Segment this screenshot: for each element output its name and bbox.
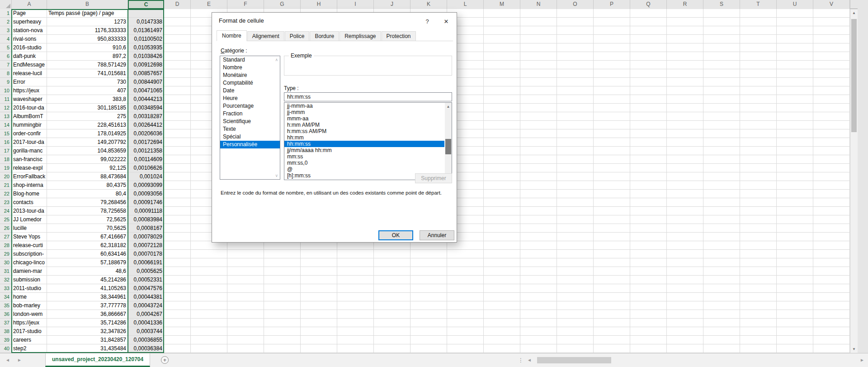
cell-V36[interactable]	[813, 310, 850, 319]
cell-G35[interactable]	[264, 301, 301, 310]
format-code-item[interactable]: h:mm AM/PM	[284, 122, 444, 128]
cell-C36[interactable]: 0,0004267	[128, 310, 164, 319]
cell-T2[interactable]	[740, 18, 777, 26]
cell-A11[interactable]: waveshaper	[12, 95, 47, 104]
cell-N7[interactable]	[520, 61, 557, 69]
cell-H38[interactable]	[301, 327, 337, 336]
cell-U19[interactable]	[777, 164, 813, 172]
cell-I37[interactable]	[337, 319, 374, 327]
cell-A19[interactable]: release-expl	[12, 164, 47, 172]
category-item[interactable]: Pourcentage	[220, 102, 280, 110]
cell-Q22[interactable]	[630, 190, 667, 198]
tab-police[interactable]: Police	[285, 31, 310, 41]
category-item[interactable]: Scientifique	[220, 118, 280, 125]
cell-D4[interactable]	[164, 35, 191, 43]
cell-T32[interactable]	[740, 276, 777, 284]
cell-R22[interactable]	[667, 190, 703, 198]
cell-M11[interactable]	[484, 95, 520, 104]
cell-B33[interactable]: 41,105263	[47, 284, 128, 293]
cell-P16[interactable]	[594, 138, 630, 147]
cell-B32[interactable]: 45,214286	[47, 276, 128, 284]
cell-R23[interactable]	[667, 198, 703, 207]
column-header-I[interactable]: I	[337, 0, 374, 9]
sheet-nav-right-icon[interactable]: ►	[14, 353, 24, 367]
cell-G34[interactable]	[264, 293, 301, 301]
category-listbox[interactable]: StandardNombreMonétaireComptabilitéDateH…	[220, 56, 280, 180]
cell-U1[interactable]	[777, 9, 813, 18]
cell-T28[interactable]	[740, 241, 777, 250]
cell-R14[interactable]	[667, 121, 703, 129]
cell-V27[interactable]	[813, 233, 850, 241]
cell-T9[interactable]	[740, 78, 777, 86]
cell-O6[interactable]	[557, 52, 594, 61]
cell-C24[interactable]: 0,00091118	[128, 207, 164, 215]
cell-A17[interactable]: gorilla-manc	[12, 147, 47, 155]
cell-T23[interactable]	[740, 198, 777, 207]
cell-A6[interactable]: daft-punk	[12, 52, 47, 61]
cell-J40[interactable]	[374, 344, 410, 353]
cell-Q29[interactable]	[630, 250, 667, 258]
cell-M24[interactable]	[484, 207, 520, 215]
cell-G31[interactable]	[264, 267, 301, 276]
cell-A18[interactable]: san-francisc	[12, 155, 47, 164]
cell-N23[interactable]	[520, 198, 557, 207]
cell-K29[interactable]	[410, 250, 447, 258]
cell-U14[interactable]	[777, 121, 813, 129]
cell-A22[interactable]: Blog-home	[12, 190, 47, 198]
row-header-1[interactable]: 1	[0, 9, 12, 18]
cell-P11[interactable]	[594, 95, 630, 104]
cell-M5[interactable]	[484, 43, 520, 52]
row-header-9[interactable]: 9	[0, 78, 12, 86]
cell-T34[interactable]	[740, 293, 777, 301]
cell-S32[interactable]	[703, 276, 740, 284]
cell-N11[interactable]	[520, 95, 557, 104]
cell-U22[interactable]	[777, 190, 813, 198]
cell-M33[interactable]	[484, 284, 520, 293]
cell-B25[interactable]: 72,5625	[47, 215, 128, 224]
cell-B8[interactable]: 741,015681	[47, 69, 128, 78]
cell-E30[interactable]	[191, 258, 227, 267]
cell-C26[interactable]: 0,0008167	[128, 224, 164, 233]
category-item[interactable]: Standard	[220, 56, 280, 64]
cell-G40[interactable]	[264, 344, 301, 353]
cancel-button[interactable]: Annuler	[420, 230, 454, 240]
row-header-13[interactable]: 13	[0, 112, 12, 121]
cell-C1[interactable]	[128, 9, 164, 18]
cell-V32[interactable]	[813, 276, 850, 284]
row-header-14[interactable]: 14	[0, 121, 12, 129]
cell-V21[interactable]	[813, 181, 850, 190]
cell-P24[interactable]	[594, 207, 630, 215]
column-header-V[interactable]: V	[813, 0, 850, 9]
cell-D12[interactable]	[164, 104, 191, 112]
cell-B19[interactable]: 92,125	[47, 164, 128, 172]
row-header-23[interactable]: 23	[0, 198, 12, 207]
cell-D33[interactable]	[164, 284, 191, 293]
cell-G38[interactable]	[264, 327, 301, 336]
cell-F33[interactable]	[227, 284, 264, 293]
add-sheet-icon[interactable]: +	[161, 356, 169, 364]
cell-I31[interactable]	[337, 267, 374, 276]
cell-D38[interactable]	[164, 327, 191, 336]
cell-S39[interactable]	[703, 336, 740, 344]
cell-T22[interactable]	[740, 190, 777, 198]
cell-G29[interactable]	[264, 250, 301, 258]
cell-Q1[interactable]	[630, 9, 667, 18]
cell-V24[interactable]	[813, 207, 850, 215]
cell-P6[interactable]	[594, 52, 630, 61]
cell-A20[interactable]: ErrorFallback	[12, 172, 47, 181]
cell-D25[interactable]	[164, 215, 191, 224]
cell-M23[interactable]	[484, 198, 520, 207]
cell-E39[interactable]	[191, 336, 227, 344]
cell-V35[interactable]	[813, 301, 850, 310]
cell-C16[interactable]: 0,00172694	[128, 138, 164, 147]
cell-M35[interactable]	[484, 301, 520, 310]
cell-R39[interactable]	[667, 336, 703, 344]
category-item[interactable]: Heure	[220, 95, 280, 102]
cell-T10[interactable]	[740, 86, 777, 95]
ok-button[interactable]: OK	[378, 230, 413, 240]
cell-V28[interactable]	[813, 241, 850, 250]
cell-U29[interactable]	[777, 250, 813, 258]
cell-A3[interactable]: station-nova	[12, 26, 47, 35]
cell-B14[interactable]: 228,451613	[47, 121, 128, 129]
cell-N5[interactable]	[520, 43, 557, 52]
